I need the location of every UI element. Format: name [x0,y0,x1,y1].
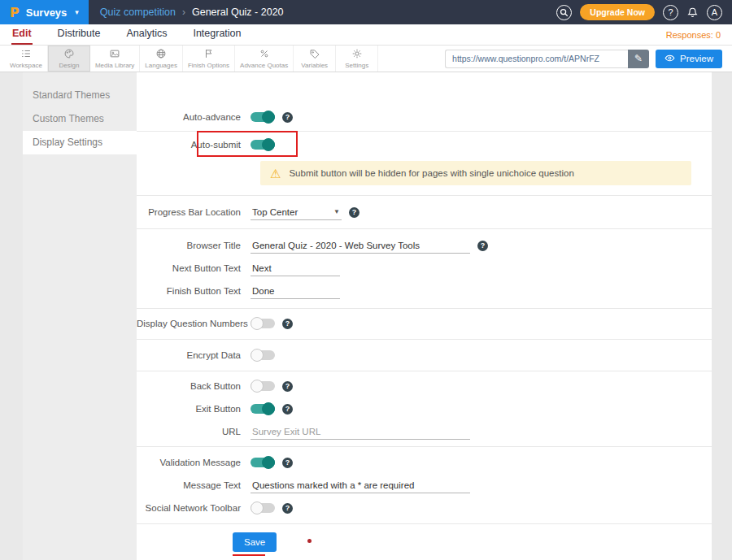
languages-icon [155,48,167,62]
annotation-red-dot [307,539,312,543]
topbar-actions: Upgrade Now ? A [556,4,732,20]
social-network-toolbar-row: Social Network Toolbar ? [137,497,712,519]
progress-bar-select[interactable]: Top Center ▼ [251,205,342,220]
search-icon[interactable] [556,5,572,20]
help-icon[interactable]: ? [282,381,293,392]
encrypt-data-row: Encrypt Data [137,344,712,367]
display-question-numbers-toggle[interactable] [251,319,275,328]
toolbar-item-workspace[interactable]: Workspace [5,46,48,72]
back-button-row: Back Button ? [137,375,712,397]
finish-options-icon [203,48,215,62]
help-icon[interactable]: ? [282,503,293,514]
chevron-down-icon: ▾ [75,8,79,16]
exit-button-label: Exit Button [137,404,251,414]
pencil-icon: ✎ [634,53,643,64]
upgrade-now-button[interactable]: Upgrade Now [580,4,655,20]
progress-bar-row: Progress Bar Location Top Center ▼ ? [137,201,712,224]
message-text-input[interactable] [251,478,470,493]
social-network-toolbar-toggle[interactable] [251,503,275,513]
toolbar-item-languages[interactable]: Languages [140,46,183,72]
toolbar-item-variables[interactable]: Variables [294,46,336,72]
chevron-down-icon: ▼ [333,208,340,215]
questionpro-logo: P [10,5,20,20]
settings-icon [351,48,363,62]
media-library-icon [109,48,120,62]
auto-submit-toggle[interactable] [251,140,275,150]
encrypt-data-toggle[interactable] [251,350,275,360]
notifications-bell-icon[interactable] [686,7,699,19]
next-button-text-input[interactable] [251,261,340,276]
edit-url-button[interactable]: ✎ [628,50,649,68]
next-button-text-label: Next Button Text [137,263,251,273]
warning-banner: ⚠ Submit button will be hidden for pages… [260,161,691,185]
progress-bar-selected-value: Top Center [252,207,298,217]
advance-quotas-icon [259,48,270,62]
tab-integration[interactable]: Integration [192,24,242,45]
toolbar-item-settings[interactable]: Settings [336,46,378,72]
toolbar-item-finish-options[interactable]: Finish Options [183,46,235,72]
content-area: Standard Themes Custom Themes Display Se… [0,72,732,560]
message-text-label: Message Text [137,480,251,490]
next-button-text-row: Next Button Text [137,257,712,280]
tab-analytics[interactable]: Analytics [125,24,168,45]
breadcrumb-parent[interactable]: Quiz competition [100,7,176,18]
design-toolbar: Workspace Design Media Library Languages… [0,46,732,72]
help-icon[interactable]: ? [282,319,293,329]
help-icon[interactable]: ? [282,458,293,468]
topbar: P Surveys ▾ Quiz competition › General Q… [0,0,732,24]
display-question-numbers-label: Display Question Numbers [137,319,251,328]
auto-advance-row: Auto-advance ? [137,106,712,128]
survey-url-input[interactable] [445,50,628,68]
help-icon[interactable]: ? [282,112,293,123]
exit-button-row: Exit Button ? [137,397,712,420]
product-menu-label: Surveys [26,7,68,19]
sidebar-item-custom-themes[interactable]: Custom Themes [23,107,137,131]
help-icon[interactable]: ? [282,404,293,415]
back-button-toggle[interactable] [251,381,275,391]
finish-button-text-label: Finish Button Text [137,286,251,296]
validation-message-label: Validation Message [137,458,251,467]
variables-icon [309,48,320,62]
back-button-label: Back Button [137,381,251,391]
responses-count[interactable]: Responses: 0 [666,30,721,45]
exit-url-row: URL [137,420,712,443]
auto-submit-label: Auto-submit [137,140,251,150]
help-icon[interactable]: ? [477,241,488,251]
exit-url-input[interactable] [251,424,470,440]
encrypt-data-label: Encrypt Data [137,350,251,360]
warning-text: Submit button will be hidden for pages w… [289,168,573,178]
toolbar-item-advance-quotas[interactable]: Advance Quotas [235,46,294,72]
browser-title-input[interactable] [251,238,470,254]
breadcrumb-separator: › [182,7,185,18]
sidebar-item-standard-themes[interactable]: Standard Themes [23,84,137,107]
auto-advance-toggle[interactable] [251,112,275,122]
save-button[interactable]: Save [233,532,277,552]
display-question-numbers-row: Display Question Numbers ? [137,312,712,335]
validation-message-toggle[interactable] [251,458,275,467]
survey-url-group: ✎ [445,50,649,68]
breadcrumb-current: General Quiz - 2020 [192,7,284,18]
finish-button-text-input[interactable] [251,284,340,299]
settings-sidebar: Standard Themes Custom Themes Display Se… [23,72,137,560]
tab-edit[interactable]: Edit [11,24,33,45]
preview-button[interactable]: Preview [656,50,722,68]
annotation-red-underline [233,554,265,556]
workspace-icon [20,48,32,62]
help-icon[interactable]: ? [349,207,359,218]
auto-advance-label: Auto-advance [137,112,251,122]
help-icon[interactable]: ? [663,5,678,20]
eye-icon [664,54,675,64]
progress-bar-label: Progress Bar Location [137,207,251,217]
tab-distribute[interactable]: Distribute [57,24,102,45]
main-nav: Edit Distribute Analytics Integration Re… [0,24,732,46]
exit-url-label: URL [137,427,251,436]
surveys-product-menu[interactable]: P Surveys ▾ [0,0,89,24]
design-icon [63,48,75,62]
avatar[interactable]: A [707,5,722,20]
sidebar-item-display-settings[interactable]: Display Settings [23,131,137,154]
toolbar-item-design[interactable]: Design [48,46,90,72]
exit-button-toggle[interactable] [251,404,275,414]
validation-message-row: Validation Message ? [137,451,712,474]
toolbar-item-media-library[interactable]: Media Library [90,46,140,72]
display-settings-panel: Auto-advance ? Auto-submit ⚠ Submit butt… [137,72,712,560]
